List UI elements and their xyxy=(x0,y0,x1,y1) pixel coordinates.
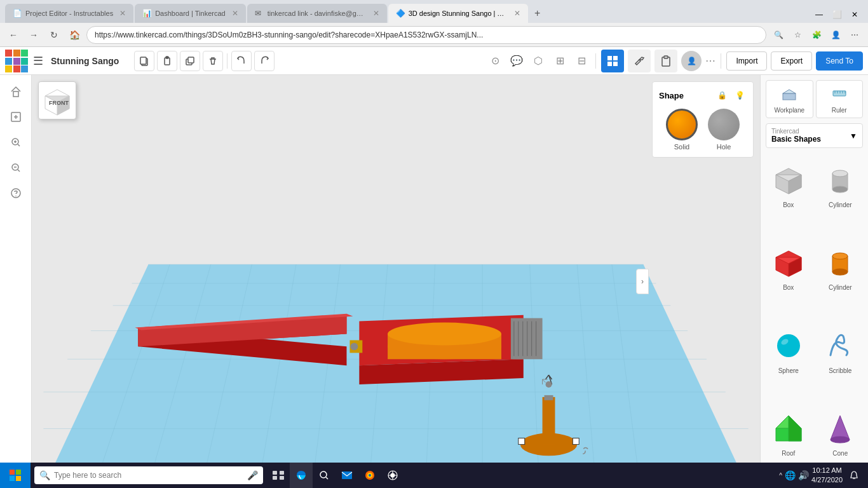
hamburger-menu-icon[interactable]: ☰ xyxy=(33,54,43,68)
reload-button[interactable]: ↻ xyxy=(46,27,62,43)
clipboard-view-button[interactable] xyxy=(654,50,677,72)
tab-4-close[interactable]: ✕ xyxy=(514,9,520,18)
hammer-view-button[interactable] xyxy=(628,50,651,72)
duplicate-button[interactable] xyxy=(180,51,200,71)
taskbar-icon-edge[interactable] xyxy=(290,463,313,488)
workplane-button[interactable]: Workplane xyxy=(766,80,813,118)
svg-point-108 xyxy=(831,437,850,443)
export-button[interactable]: Export xyxy=(771,51,812,71)
volume-icon[interactable]: 🔊 xyxy=(798,470,809,480)
extensions-icon[interactable]: 🧩 xyxy=(808,27,825,43)
help-button[interactable] xyxy=(4,182,27,205)
time-display: 10:12 AM xyxy=(811,466,843,475)
toolbar-separator-1 xyxy=(227,53,227,69)
shapes-category-dropdown[interactable]: Tinkercad Basic Shapes ▼ xyxy=(766,123,863,148)
grid-view-button[interactable] xyxy=(601,50,624,72)
bookmark-star-icon[interactable]: ☆ xyxy=(789,27,806,43)
front-cube[interactable]: FRONT xyxy=(38,81,76,119)
solid-option[interactable]: Solid xyxy=(666,109,698,151)
hole-circle[interactable] xyxy=(708,109,740,140)
panel-collapse-button[interactable]: › xyxy=(636,269,649,294)
redo-button[interactable] xyxy=(254,51,275,71)
taskbar-icon-search[interactable] xyxy=(313,463,336,488)
more-options-button[interactable]: ⋯ xyxy=(705,55,715,67)
close-button[interactable]: ✕ xyxy=(846,6,863,23)
svg-rect-68 xyxy=(545,395,553,400)
shapes-grid: Box Cylinder xyxy=(761,153,868,488)
paste-button[interactable] xyxy=(157,51,177,71)
search-icon[interactable]: 🔍 xyxy=(770,27,787,43)
lock-icon[interactable]: 🔒 xyxy=(715,88,729,102)
toolbar-separator-2 xyxy=(595,53,596,69)
scene-container xyxy=(32,75,760,488)
notification-button[interactable] xyxy=(845,466,863,484)
undo-button[interactable] xyxy=(231,51,252,71)
tab-2-favicon: 📊 xyxy=(142,9,151,18)
shapes-category-name: Basic Shapes xyxy=(771,135,821,144)
home-nav-button[interactable] xyxy=(4,80,27,103)
tab-3-close[interactable]: ✕ xyxy=(373,9,379,18)
ruler-button[interactable]: Ruler xyxy=(816,80,864,118)
info-icon[interactable]: 💡 xyxy=(733,88,747,102)
mirror-icon[interactable]: ⊟ xyxy=(573,52,590,70)
taskbar-icon-firefox[interactable] xyxy=(358,463,381,488)
menu-icon[interactable]: ⋯ xyxy=(846,27,863,43)
svg-rect-70 xyxy=(573,438,579,444)
camera-tool-icon[interactable]: ⊙ xyxy=(486,52,504,70)
zoom-out-button[interactable] xyxy=(4,156,27,179)
viewport[interactable]: FRONT Shape 🔒 💡 Solid xyxy=(32,75,760,488)
taskbar-icon-mail[interactable] xyxy=(336,463,358,488)
start-button[interactable] xyxy=(0,463,31,488)
main-area: FRONT Shape 🔒 💡 Solid xyxy=(0,75,868,488)
search-bar[interactable]: 🔍 🎤 xyxy=(34,466,263,484)
svg-rect-116 xyxy=(280,476,284,480)
new-tab-button[interactable]: + xyxy=(529,5,546,22)
tab-1[interactable]: 📄 Project Editor - Instructables ✕ xyxy=(5,4,133,23)
tab-1-close[interactable]: ✕ xyxy=(119,9,126,18)
maximize-button[interactable]: ⬜ xyxy=(829,6,845,23)
shape-tile-cylinder-gray[interactable]: Cylinder xyxy=(815,156,866,237)
send-to-button[interactable]: Send To xyxy=(816,51,863,71)
delete-button[interactable] xyxy=(203,51,223,71)
time-date-display[interactable]: 10:12 AM 4/27/2020 xyxy=(811,466,843,485)
svg-rect-114 xyxy=(280,471,284,475)
zoom-in-button[interactable] xyxy=(4,131,27,154)
fit-view-button[interactable] xyxy=(4,105,27,128)
align-icon[interactable]: ⊞ xyxy=(551,52,569,70)
viewport-navigator[interactable]: FRONT xyxy=(38,81,76,119)
home-button[interactable]: 🏠 xyxy=(66,27,83,43)
hidden-icons-button[interactable]: ^ xyxy=(779,472,782,479)
comment-icon[interactable]: 💬 xyxy=(508,52,526,70)
svg-rect-12 xyxy=(166,57,168,58)
taskview-button[interactable] xyxy=(267,463,290,488)
taskbar-icon-gaming[interactable] xyxy=(381,463,404,488)
search-input[interactable] xyxy=(54,471,243,480)
forward-button[interactable]: → xyxy=(25,27,42,43)
shape-tile-sphere[interactable]: Sphere xyxy=(763,322,814,403)
address-input[interactable] xyxy=(86,26,766,44)
hole-label: Hole xyxy=(717,143,731,151)
tab-3[interactable]: ✉ tinkercad link - davinfiske@gma... ✕ xyxy=(247,4,387,23)
measure-icon[interactable]: ⬡ xyxy=(529,52,547,70)
svg-rect-112 xyxy=(16,476,21,481)
svg-rect-15 xyxy=(607,56,612,60)
dropdown-chevron-icon[interactable]: ▼ xyxy=(850,132,857,140)
copy-button[interactable] xyxy=(134,51,154,71)
svg-rect-113 xyxy=(273,471,277,475)
network-icon[interactable]: 🌐 xyxy=(785,470,796,480)
tab-2[interactable]: 📊 Dashboard | Tinkercad ✕ xyxy=(135,4,245,23)
minimize-button[interactable]: — xyxy=(811,6,827,23)
tab-2-close[interactable]: ✕ xyxy=(232,9,238,18)
profile-icon[interactable]: 👤 xyxy=(827,27,844,43)
shape-tile-box-red[interactable]: Box xyxy=(763,238,814,320)
back-button[interactable]: ← xyxy=(5,27,22,43)
profile-button[interactable]: 👤 xyxy=(681,51,702,71)
hole-option[interactable]: Hole xyxy=(708,109,740,151)
solid-circle[interactable] xyxy=(666,109,698,140)
shape-tile-cylinder-orange[interactable]: Cylinder xyxy=(815,238,866,320)
shape-tile-scribble[interactable]: Scribble xyxy=(815,322,866,403)
tab-4[interactable]: 🔷 3D design Stunning Sango | Tink... ✕ xyxy=(388,4,528,23)
shape-tile-box-gray[interactable]: Box xyxy=(763,156,814,237)
svg-rect-21 xyxy=(13,92,18,97)
import-button[interactable]: Import xyxy=(726,51,767,71)
